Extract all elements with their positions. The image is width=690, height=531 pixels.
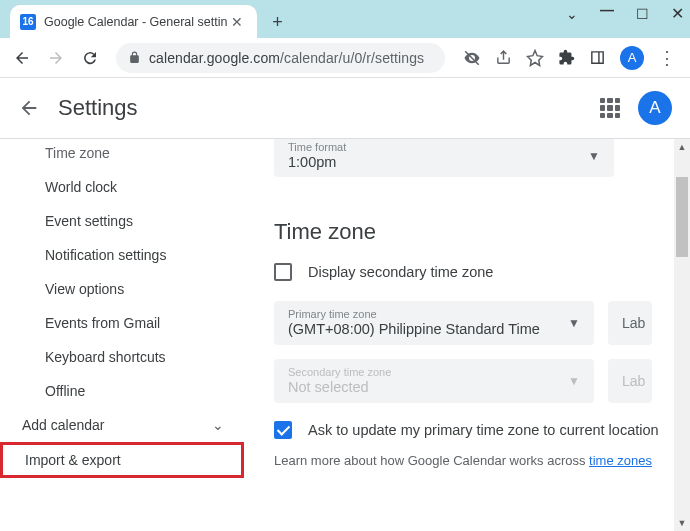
time-format-value: 1:00pm [288,154,336,170]
dropdown-arrow-icon: ▼ [568,374,580,388]
address-bar[interactable]: calendar.google.com/calendar/u/0/r/setti… [116,43,445,73]
page-title: Settings [58,95,600,121]
toolbar-actions: A ⋮ [457,46,682,70]
time-format-dropdown[interactable]: Time format 1:00pm ▼ [274,139,614,177]
forward-button[interactable] [42,44,70,72]
ask-update-checkbox[interactable] [274,421,292,439]
content-area: Time zone World clock Event settings Not… [0,139,690,531]
sidebar-item-view-options[interactable]: View options [0,272,244,306]
scroll-up-arrow[interactable]: ▲ [674,139,690,155]
apps-grid-icon[interactable] [600,98,620,118]
scroll-down-arrow[interactable]: ▼ [674,515,690,531]
eye-icon[interactable] [463,49,481,67]
sidebar-item-event-settings[interactable]: Event settings [0,204,244,238]
extensions-icon[interactable] [558,49,575,66]
minimize-button[interactable]: — [600,2,614,18]
import-export-label: Import & export [25,452,121,468]
ask-update-label: Ask to update my primary time zone to cu… [308,422,659,438]
dropdown-arrow-icon: ▼ [568,316,580,330]
profile-avatar[interactable]: A [620,46,644,70]
secondary-tz-label-input: Lab [608,359,652,403]
tab-title: Google Calendar - General settin [44,15,227,29]
primary-tz-value: (GMT+08:00) Philippine Standard Time [288,321,540,337]
sidebar-item-add-calendar[interactable]: Add calendar ⌄ [0,408,244,442]
close-window-button[interactable]: ✕ [671,4,684,23]
maximize-button[interactable]: ☐ [636,6,649,22]
new-tab-button[interactable]: + [263,8,291,36]
primary-tz-label: Primary time zone [288,308,540,320]
primary-tz-label-input[interactable]: Lab [608,301,652,345]
back-button[interactable] [8,44,36,72]
url-text: calendar.google.com/calendar/u/0/r/setti… [149,50,424,66]
reading-list-icon[interactable] [589,49,606,66]
sidebar-item-world-clock[interactable]: World clock [0,170,244,204]
primary-timezone-dropdown[interactable]: Primary time zone (GMT+08:00) Philippine… [274,301,594,345]
menu-icon[interactable]: ⋮ [658,47,676,69]
account-avatar[interactable]: A [638,91,672,125]
browser-toolbar: calendar.google.com/calendar/u/0/r/setti… [0,38,690,78]
secondary-timezone-dropdown: Secondary time zone Not selected ▼ [274,359,594,403]
sidebar-item-events-from-gmail[interactable]: Events from Gmail [0,306,244,340]
star-icon[interactable] [526,49,544,67]
settings-main: Time format 1:00pm ▼ Time zone Display s… [244,139,690,531]
reload-button[interactable] [76,44,104,72]
dropdown-arrow-icon: ▼ [588,149,600,163]
window-controls: ⌄ — ☐ ✕ [566,4,684,23]
display-secondary-label: Display secondary time zone [308,264,493,280]
scrollbar-thumb[interactable] [676,177,688,257]
display-secondary-row: Display secondary time zone [274,263,690,281]
sidebar-item-timezone[interactable]: Time zone [0,143,244,170]
browser-tab[interactable]: 16 Google Calendar - General settin ✕ [10,5,257,38]
sidebar-item-notification-settings[interactable]: Notification settings [0,238,244,272]
settings-sidebar: Time zone World clock Event settings Not… [0,139,244,531]
browser-titlebar: 16 Google Calendar - General settin ✕ + … [0,0,690,38]
chevron-down-icon[interactable]: ⌄ [566,6,578,22]
share-icon[interactable] [495,49,512,66]
timezones-link[interactable]: time zones [589,453,652,468]
learn-more-text: Learn more about how Google Calendar wor… [274,453,690,468]
chevron-down-icon: ⌄ [212,417,224,433]
close-tab-icon[interactable]: ✕ [227,14,247,30]
add-calendar-label: Add calendar [22,417,105,433]
back-arrow-icon[interactable] [18,97,40,119]
sidebar-item-import-export[interactable]: Import & export [0,442,244,478]
time-format-label: Time format [288,141,346,153]
secondary-tz-value: Not selected [288,379,369,395]
sidebar-item-keyboard-shortcuts[interactable]: Keyboard shortcuts [0,340,244,374]
timezone-section-heading: Time zone [274,219,690,245]
sidebar-item-offline[interactable]: Offline [0,374,244,408]
calendar-favicon: 16 [20,14,36,30]
ask-update-row: Ask to update my primary time zone to cu… [274,421,690,439]
lock-icon [128,51,141,64]
scrollbar[interactable]: ▲ ▼ [674,139,690,531]
settings-header: Settings A [0,78,690,138]
display-secondary-checkbox[interactable] [274,263,292,281]
secondary-tz-label: Secondary time zone [288,366,391,378]
